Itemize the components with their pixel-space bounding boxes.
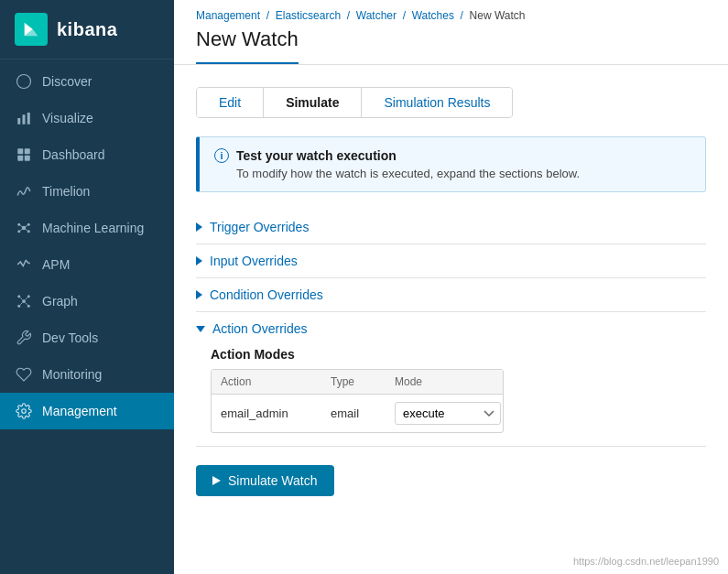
- svg-point-9: [22, 226, 27, 231]
- tab-bar: Edit Simulate Simulation Results: [196, 87, 513, 118]
- action-chevron-icon: [196, 326, 205, 332]
- svg-point-18: [22, 299, 26, 303]
- wrench-icon: [15, 329, 33, 347]
- col-mode: Mode: [395, 375, 494, 388]
- sidebar-item-machine-learning[interactable]: Machine Learning: [0, 210, 174, 246]
- breadcrumb-current: New Watch: [470, 9, 526, 22]
- graph-icon: [15, 292, 33, 310]
- action-type: email: [331, 406, 395, 420]
- simulate-button-label: Simulate Watch: [228, 473, 318, 488]
- action-overrides-content: Action Modes Action Type Mode email_admi…: [196, 336, 706, 437]
- compass-icon: [15, 72, 33, 91]
- svg-rect-2: [17, 118, 20, 125]
- dashboard-icon: [15, 146, 33, 164]
- sidebar-item-graph[interactable]: Graph: [0, 283, 174, 319]
- watermark: https://blog.csdn.net/leepan1990: [573, 556, 719, 567]
- trigger-chevron-icon: [196, 222, 202, 232]
- breadcrumb-management[interactable]: Management: [196, 9, 260, 22]
- heartbeat-icon: [15, 365, 33, 384]
- svg-line-16: [20, 229, 22, 231]
- action-mode-select[interactable]: execute simulate force_execute skip: [395, 402, 501, 425]
- svg-point-20: [27, 295, 30, 298]
- sidebar-item-discover-label: Discover: [42, 74, 92, 89]
- action-modes-title: Action Modes: [211, 347, 706, 362]
- info-box-title: i Test your watch execution: [214, 148, 690, 163]
- condition-overrides-section: Condition Overrides: [196, 278, 706, 312]
- trigger-overrides-toggle[interactable]: Trigger Overrides: [196, 220, 706, 234]
- svg-point-0: [17, 75, 31, 89]
- svg-point-11: [27, 223, 30, 226]
- svg-rect-4: [27, 113, 30, 125]
- sidebar-item-ml-label: Machine Learning: [42, 221, 144, 235]
- svg-line-14: [20, 225, 22, 227]
- tab-simulation-results[interactable]: Simulation Results: [362, 88, 512, 117]
- info-box-text: To modify how the watch is executed, exp…: [236, 167, 690, 180]
- play-icon: [212, 476, 221, 485]
- simulate-watch-button[interactable]: Simulate Watch: [196, 465, 334, 496]
- info-box: i Test your watch execution To modify ho…: [196, 136, 706, 192]
- breadcrumb-watches[interactable]: Watches: [412, 9, 454, 22]
- svg-point-19: [17, 295, 20, 298]
- breadcrumb-watcher[interactable]: Watcher: [356, 9, 397, 22]
- svg-marker-1: [21, 79, 27, 84]
- condition-chevron-icon: [196, 290, 202, 299]
- apm-icon: [15, 255, 33, 274]
- sidebar: kibana Discover Visualize Dashboard Tim: [0, 0, 174, 574]
- sidebar-item-apm-label: APM: [42, 257, 70, 272]
- svg-rect-7: [17, 156, 23, 161]
- sidebar-item-graph-label: Graph: [42, 294, 78, 309]
- action-table-header: Action Type Mode: [212, 370, 503, 395]
- input-overrides-section: Input Overrides: [196, 244, 706, 278]
- svg-rect-5: [17, 148, 23, 154]
- action-overrides-toggle[interactable]: Action Overrides: [196, 321, 706, 336]
- sidebar-item-devtools-label: Dev Tools: [42, 330, 98, 345]
- input-overrides-label: Input Overrides: [210, 254, 298, 268]
- svg-rect-6: [25, 148, 30, 154]
- logo: kibana: [0, 0, 174, 60]
- sidebar-item-visualize-label: Visualize: [42, 111, 93, 125]
- kibana-logo-icon: [15, 13, 48, 46]
- info-icon: i: [214, 148, 229, 163]
- sidebar-item-dev-tools[interactable]: Dev Tools: [0, 319, 174, 356]
- sidebar-item-dashboard[interactable]: Dashboard: [0, 136, 174, 173]
- sidebar-item-apm[interactable]: APM: [0, 246, 174, 283]
- svg-line-23: [20, 298, 22, 299]
- table-row: email_admin email execute simulate force…: [212, 395, 503, 432]
- breadcrumb-elasticsearch[interactable]: Elasticsearch: [276, 9, 341, 22]
- tab-simulate[interactable]: Simulate: [264, 88, 362, 117]
- page-header: Management / Elasticsearch / Watcher / W…: [174, 0, 728, 65]
- sidebar-item-dashboard-label: Dashboard: [42, 147, 105, 162]
- sidebar-item-monitoring[interactable]: Monitoring: [0, 356, 174, 393]
- sidebar-item-monitoring-label: Monitoring: [42, 367, 102, 382]
- sidebar-item-timelion-label: Timelion: [42, 184, 90, 199]
- svg-line-17: [26, 229, 27, 231]
- col-type: Type: [331, 375, 395, 388]
- condition-overrides-toggle[interactable]: Condition Overrides: [196, 287, 706, 302]
- input-chevron-icon: [196, 256, 202, 265]
- sidebar-item-management-label: Management: [42, 404, 117, 418]
- main-content: Management / Elasticsearch / Watcher / W…: [174, 0, 728, 574]
- svg-line-15: [26, 225, 27, 227]
- sidebar-item-discover[interactable]: Discover: [0, 63, 174, 100]
- sidebar-item-visualize[interactable]: Visualize: [0, 100, 174, 136]
- tab-edit[interactable]: Edit: [197, 88, 264, 117]
- bar-chart-icon: [15, 109, 33, 127]
- svg-rect-3: [23, 114, 26, 125]
- breadcrumb: Management / Elasticsearch / Watcher / W…: [196, 9, 706, 22]
- page-title: New Watch: [196, 27, 299, 64]
- action-modes-table: Action Type Mode email_admin email execu…: [211, 369, 504, 433]
- svg-point-27: [22, 409, 27, 414]
- trigger-overrides-section: Trigger Overrides: [196, 211, 706, 244]
- svg-line-25: [20, 303, 22, 305]
- svg-rect-8: [25, 156, 30, 161]
- sidebar-item-timelion[interactable]: Timelion: [0, 173, 174, 210]
- svg-line-26: [26, 303, 27, 305]
- trigger-overrides-label: Trigger Overrides: [210, 220, 309, 234]
- sidebar-item-management[interactable]: Management: [0, 393, 174, 429]
- action-overrides-label: Action Overrides: [212, 321, 307, 336]
- action-name: email_admin: [221, 406, 331, 420]
- content-area: Edit Simulate Simulation Results i Test …: [174, 65, 728, 574]
- svg-point-10: [17, 223, 20, 226]
- col-action: Action: [221, 375, 331, 388]
- input-overrides-toggle[interactable]: Input Overrides: [196, 254, 706, 268]
